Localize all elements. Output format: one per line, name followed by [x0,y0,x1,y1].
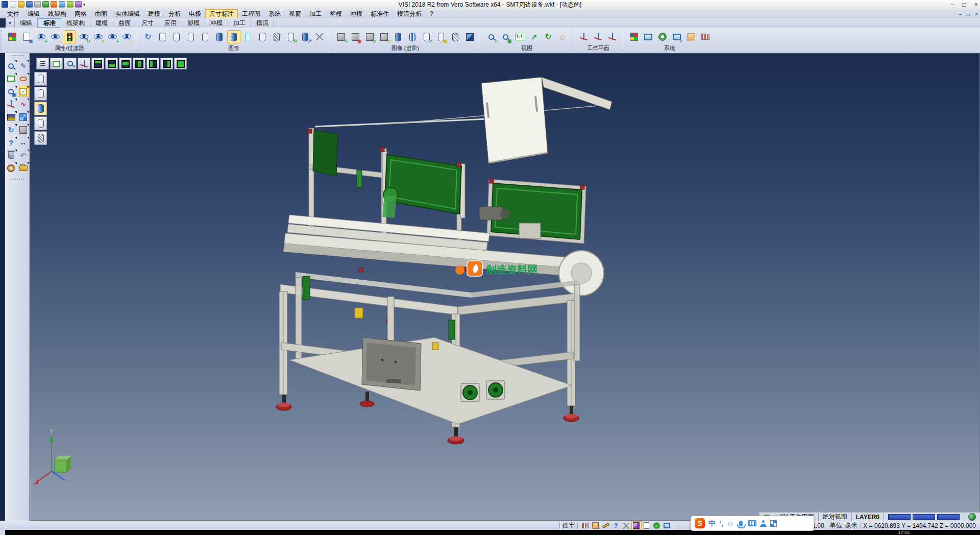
cylinder-blue-icon[interactable] [391,30,405,43]
axis-workplane-icon[interactable] [577,30,591,43]
menu-help[interactable]: ? [426,10,437,18]
tab-edit[interactable]: 编辑 [15,18,38,28]
doc-grid-icon[interactable] [580,521,591,530]
lock-label[interactable]: 拴牢 [562,521,575,530]
plot-grid-icon[interactable] [699,30,712,43]
ok-circle-icon[interactable]: ✓ [652,521,662,530]
solid-show-icon[interactable]: + [334,30,348,43]
tab-application[interactable]: 应用 [159,18,182,28]
attributes-palette-icon[interactable] [6,30,19,43]
cube-shaded-icon[interactable] [463,30,476,43]
selection-hand-icon[interactable] [684,30,698,43]
sogou-logo-icon[interactable]: S [695,518,705,528]
key-icon[interactable] [601,521,611,530]
triad-icon[interactable] [78,58,90,69]
cylinder-page-icon[interactable]: ▣ [434,30,448,43]
cube-left-view-icon[interactable] [146,58,159,69]
menu-surface[interactable]: 曲面 [91,9,111,19]
sketch-curve-icon[interactable]: ∿ [18,99,29,110]
layers-palette-icon[interactable] [6,111,17,123]
cube-front-view-icon[interactable] [133,58,145,69]
ime-emoji-icon[interactable]: ☺ [727,520,734,527]
system-monitor-icon[interactable] [642,30,655,43]
toolbar-config-icon[interactable]: ✓ [670,30,683,43]
shaded-cylinder-icon[interactable] [213,30,226,43]
tab-flow[interactable]: 模流 [251,18,274,28]
validate-checkbox-icon[interactable]: ✓ [18,86,29,97]
menu-analysis[interactable]: 分析 [164,9,185,19]
refresh-icon[interactable]: ↻ [6,124,17,135]
toggle-visibility-icon[interactable]: ± [91,30,105,43]
menu-system[interactable]: 系统 [264,9,285,19]
ime-lang-icon[interactable]: 中 [708,520,716,527]
solid-toggle-icon[interactable]: ± [377,30,390,43]
tab-machining[interactable]: 加工 [228,18,251,28]
tab-mould[interactable]: 塑模 [182,18,205,28]
ime-mic-icon[interactable] [739,521,743,526]
hidden-line-cylinder-icon[interactable] [170,30,183,43]
sheet-icon[interactable] [642,521,652,530]
view-workplane-icon[interactable] [606,30,619,43]
update-cylinder-icon[interactable]: ↗ [299,30,312,43]
globe-icon[interactable] [968,513,976,521]
color-palette-icon[interactable] [627,30,641,43]
folder-docs-icon[interactable] [18,162,29,174]
mdi-minimize-button[interactable]: – [959,11,962,17]
solid-filter-icon[interactable]: ◉ [349,30,362,43]
refresh-visibility-icon[interactable]: ↻ [77,30,90,43]
menu-wireframe[interactable]: 线架构 [44,9,70,19]
zoom-1-1-icon[interactable]: 1:1 [513,30,526,43]
transparent-cylinder-icon[interactable] [241,30,255,43]
wireframe-cylinder-icon[interactable] [156,30,169,43]
layout-grid-icon[interactable] [662,521,672,530]
outline-cylinder-icon[interactable] [256,30,269,43]
menu-modeling[interactable]: 建模 [144,9,164,19]
zoom-select-icon[interactable] [6,60,17,71]
render-tools-icon[interactable] [313,30,326,43]
taskbar-sliver[interactable]: 17:03 [0,530,980,535]
zoom-inout-icon[interactable]: ± [484,30,498,43]
cylinder-wire-icon[interactable] [449,30,462,43]
ime-account-icon[interactable] [760,520,767,527]
color-swatch[interactable] [937,514,960,520]
menu-progress[interactable]: 冲模 [346,9,366,19]
cube-iso-view-icon[interactable] [174,58,187,69]
menu-file[interactable]: 文件 [3,9,23,19]
ime-menu-grid-icon[interactable] [770,520,777,527]
viewport-3d[interactable]: ☰ [30,53,980,521]
hide-all-icon[interactable]: − [120,30,133,43]
smt-machine-model[interactable]: 制造资料网 Y [30,54,980,521]
tab-wireframe[interactable]: 线架构 [61,18,90,28]
hidden-line-mode-icon[interactable] [34,116,47,130]
regen-icon[interactable]: ↻ [141,30,155,43]
hide-entities-icon[interactable]: − [48,30,62,43]
menu-flow-analysis[interactable]: 模流分析 [393,9,426,19]
ucs-box-icon[interactable] [631,521,642,530]
cube-back-view-icon[interactable] [119,58,132,69]
mdi-close-button[interactable]: × [975,11,978,17]
menu-dimension[interactable]: 尺寸标注 [205,9,238,19]
menu-mesh[interactable]: 网格 [70,9,91,19]
recycle-cylinder-icon[interactable]: ↻ [284,30,298,43]
color-swatch[interactable] [913,514,935,520]
delete-trash-icon[interactable] [6,150,17,161]
solid-regen-icon[interactable]: ↻ [363,30,376,43]
ime-punct-icon[interactable]: ’, [719,520,723,527]
pick-entity-icon[interactable] [591,521,601,530]
solid-cube-icon[interactable] [18,124,29,135]
edit-tools-icon[interactable]: ✎ [18,60,29,71]
section-mode-icon[interactable] [34,131,47,145]
minimize-button[interactable]: – [951,1,954,8]
entity-workplane-icon[interactable] [592,30,605,43]
undo-icon[interactable]: ↶ [18,150,29,161]
close-button[interactable]: × [974,1,978,8]
tab-dropdown-icon[interactable]: ▼ [6,18,15,28]
ime-keyboard-icon[interactable] [748,520,756,526]
menu-window[interactable]: 视窗 [285,9,305,19]
shaded-mode-icon[interactable] [34,102,47,115]
rotate-view-icon[interactable]: ↻ [542,30,555,43]
ghost-cylinder-icon[interactable] [199,30,212,43]
cube-top-view-icon[interactable] [91,58,104,69]
measure-distance-icon[interactable]: ↔ [18,137,29,148]
query-icon[interactable]: ? [611,521,621,530]
